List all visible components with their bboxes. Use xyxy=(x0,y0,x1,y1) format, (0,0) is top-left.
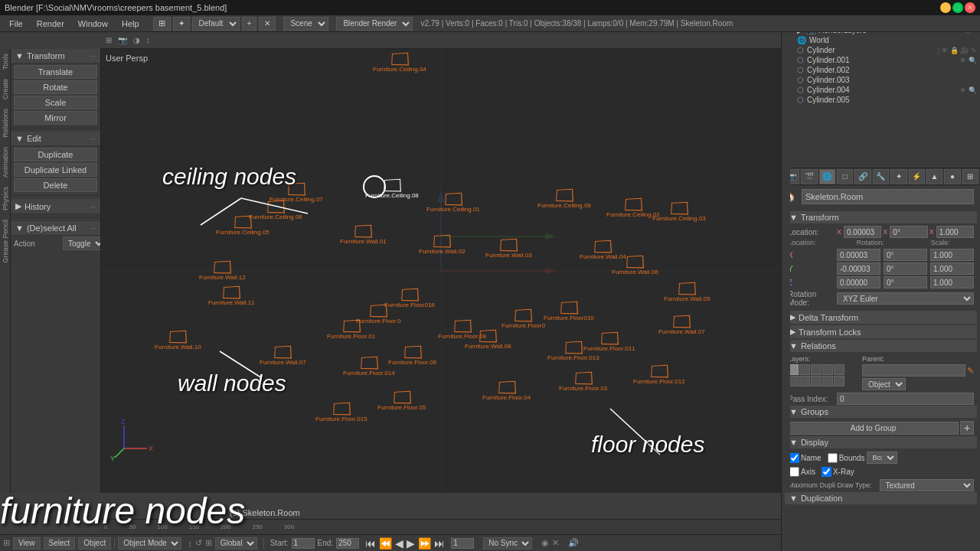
node-floor-011[interactable]: Furniture.Floor.011 xyxy=(583,332,635,352)
scene-item-cylinder-005[interactable]: ⬡ Cylinder.005 xyxy=(782,95,980,105)
node-floor-08[interactable]: Furniture.Floor.08 xyxy=(438,320,486,340)
node-floor-015[interactable]: Furniture.Floor.015 xyxy=(315,403,368,422)
prop-tab-particles[interactable]: ✦ xyxy=(890,169,906,184)
pass-index-input[interactable] xyxy=(837,393,974,405)
scale-x-input[interactable] xyxy=(936,226,974,238)
node-wall-02[interactable]: Furniture.Wall.02 xyxy=(419,235,466,255)
transform-section-header[interactable]: ▼ Transform ··· xyxy=(11,49,100,64)
select-button[interactable]: Select xyxy=(44,537,76,549)
node-wall-12[interactable]: Furniture.Wall.12 xyxy=(199,261,246,281)
prop-tab-scene[interactable]: 🎬 xyxy=(801,169,817,184)
tab-tools[interactable]: Tools xyxy=(0,49,10,74)
object-name-input[interactable] xyxy=(802,189,974,204)
jump-end-btn[interactable]: ⏭ xyxy=(434,537,445,549)
node-ceiling-09[interactable]: Furniture.Ceiling.09 xyxy=(537,189,591,209)
header-plus-btn[interactable]: + xyxy=(242,17,257,31)
groups-header[interactable]: ▼ Groups xyxy=(785,406,977,418)
action-select[interactable]: Toggle xyxy=(63,236,101,250)
prop-tab-data[interactable]: ▲ xyxy=(926,169,942,184)
xray-checkbox[interactable] xyxy=(822,467,831,477)
scene-item-cylinder-001[interactable]: ⬡ Cylinder.001 👁 🔍 xyxy=(782,55,980,65)
tab-animation[interactable]: Animation xyxy=(0,142,10,182)
bounds-checkbox[interactable] xyxy=(828,453,838,463)
edit-section-header[interactable]: ▼ Edit ··· xyxy=(11,132,100,146)
node-floor-010[interactable]: Furniture.Floor010 xyxy=(544,302,594,321)
prop-tab-texture[interactable]: ⊞ xyxy=(962,169,978,184)
prop-tab-material[interactable]: ● xyxy=(944,169,960,184)
loc-y-field[interactable] xyxy=(837,262,880,275)
scene-item-world[interactable]: 🌐 World xyxy=(782,35,980,45)
scale-x-field[interactable] xyxy=(930,249,974,261)
layer-10-btn[interactable] xyxy=(834,376,844,386)
node-ceiling-01[interactable]: Furniture.Ceiling.01 xyxy=(426,193,480,213)
delete-button[interactable]: Delete xyxy=(14,178,97,192)
prop-tab-object[interactable]: □ xyxy=(837,169,853,184)
rotate-button[interactable]: Rotate xyxy=(14,80,97,94)
tab-relations[interactable]: Relations xyxy=(0,104,10,142)
mirror-button[interactable]: Mirror xyxy=(14,111,97,125)
display-header[interactable]: ▼ Display xyxy=(785,436,977,448)
viewport-icon-camera[interactable]: 📷 xyxy=(118,36,127,44)
layer-3-btn[interactable] xyxy=(811,364,822,375)
layer-5-btn[interactable] xyxy=(834,364,844,375)
menu-render[interactable]: Render xyxy=(31,18,70,30)
rot-y-field[interactable] xyxy=(884,262,927,275)
node-wall-07b[interactable]: Furniture.Wall.07 xyxy=(260,346,306,366)
transform-props-header[interactable]: ▼ Transform xyxy=(785,211,977,223)
duplication-header[interactable]: ▼ Duplication xyxy=(785,492,977,504)
axis-checkbox[interactable] xyxy=(789,467,799,477)
minimize-button[interactable]: – xyxy=(940,2,951,13)
keying-delete-icon[interactable]: ✕ xyxy=(552,538,559,548)
rot-z-field[interactable] xyxy=(884,276,927,289)
scene-item-cylinder-003[interactable]: ⬡ Cylinder.003 xyxy=(782,75,980,85)
transform-icon-3[interactable]: ⊞ xyxy=(205,538,212,548)
duplicate-button[interactable]: Duplicate xyxy=(14,148,97,161)
scale-z-field[interactable] xyxy=(930,276,974,289)
viewport-icon-shading[interactable]: ◑ xyxy=(133,36,140,44)
close-button[interactable]: ✕ xyxy=(965,2,975,13)
scene-item-cylinder[interactable]: ⬡ Cylinder | 👁 🔒 🎥 ✎ xyxy=(782,45,980,55)
audio-icon[interactable]: 🔊 xyxy=(568,538,579,548)
viewport-icon-manipulator[interactable]: ↕ xyxy=(146,36,150,44)
header-mode-icons[interactable]: ⊞ xyxy=(153,17,171,31)
transform-icon-2[interactable]: ↺ xyxy=(195,538,202,548)
header-engine-select[interactable]: Blender Render xyxy=(336,17,413,31)
viewport-scroll[interactable] xyxy=(781,49,790,493)
current-frame-input[interactable] xyxy=(451,538,474,549)
loc-x-field[interactable] xyxy=(837,249,880,261)
node-floor-06[interactable]: Furniture.Floor.06 xyxy=(388,346,436,366)
transform-locks-header[interactable]: ▶ Transform Locks xyxy=(785,325,977,338)
bottom-icon-1[interactable]: ⊞ xyxy=(3,538,10,548)
object-mode-select[interactable]: Object Mode xyxy=(118,537,181,549)
node-ceiling-05[interactable]: Furniture.Ceiling.05 xyxy=(216,216,270,236)
node-ceiling-04[interactable]: Furniture.Ceiling.04 xyxy=(373,53,426,73)
play-btn[interactable]: ▶ xyxy=(407,537,415,549)
deselect-section-header[interactable]: ▼ (De)select All ··· xyxy=(11,221,100,236)
menu-file[interactable]: File xyxy=(3,18,29,30)
tab-physics[interactable]: Physics xyxy=(0,182,10,215)
view-button[interactable]: View xyxy=(13,537,41,549)
parent-input[interactable] xyxy=(862,364,965,377)
node-floor-02b[interactable]: Furniture.Floor.0 xyxy=(356,305,401,324)
loc-x-input[interactable] xyxy=(844,226,881,238)
relations-header[interactable]: ▼ Relations xyxy=(785,340,977,352)
step-back-btn[interactable]: ⏪ xyxy=(379,537,392,549)
node-wall-11[interactable]: Furniture.Wall.11 xyxy=(208,286,255,306)
node-floor-05[interactable]: Furniture.Floor.05 xyxy=(377,391,426,411)
layer-4-btn[interactable] xyxy=(822,364,833,375)
scene-item-cylinder-004[interactable]: ⬡ Cylinder.004 👁 🔍 xyxy=(782,85,980,95)
node-ceiling-03[interactable]: Furniture.Ceiling.03 xyxy=(652,202,706,222)
layer-7-btn[interactable] xyxy=(799,376,810,386)
node-floor-012[interactable]: Furniture.Floor.012 xyxy=(633,365,685,385)
prop-tab-constraints[interactable]: 🔗 xyxy=(854,169,871,184)
node-wall-06[interactable]: Furniture.Wall.06 xyxy=(612,256,658,276)
end-frame-input[interactable] xyxy=(336,538,359,549)
header-scene-select[interactable]: Scene xyxy=(283,17,328,31)
tab-grease-pencil[interactable]: Grease Pencil xyxy=(0,215,10,268)
layer-2-btn[interactable] xyxy=(799,364,810,375)
loc-z-field[interactable] xyxy=(837,276,880,289)
transform-options[interactable]: ··· xyxy=(90,52,96,60)
header-layout-select[interactable]: Default xyxy=(192,17,240,31)
history-section-header[interactable]: ▶ History ··· xyxy=(11,199,100,214)
jump-start-btn[interactable]: ⏮ xyxy=(365,537,376,549)
